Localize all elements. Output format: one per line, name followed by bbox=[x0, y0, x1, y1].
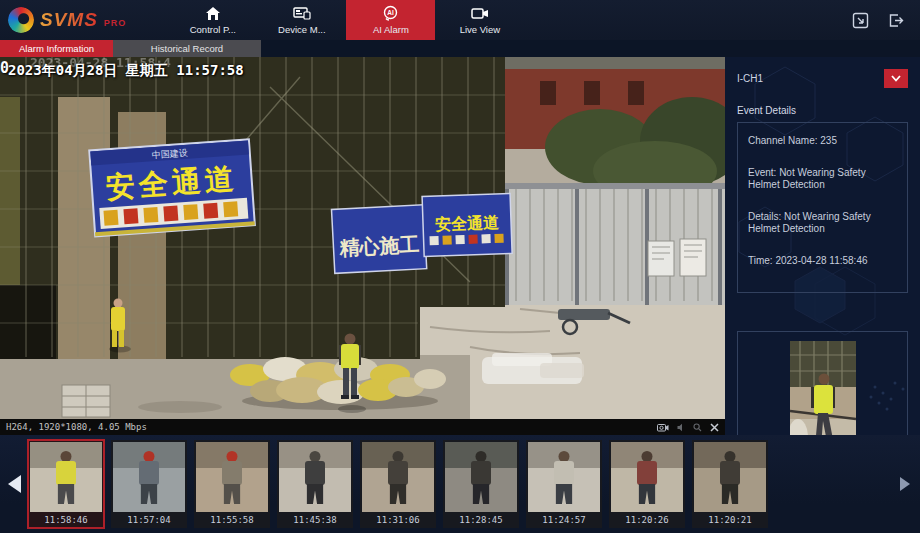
home-icon bbox=[205, 5, 221, 21]
alarm-thumbnail-image bbox=[30, 442, 102, 512]
alarm-thumbnail-time: 11:20:26 bbox=[611, 512, 683, 528]
topbar-actions bbox=[852, 0, 920, 40]
channel-dropdown-button[interactable] bbox=[884, 69, 908, 88]
video-frame: 中国建设 安全通道 精心施工 安全通道 bbox=[0, 57, 725, 419]
live-view-camera-icon bbox=[471, 5, 489, 21]
alarm-thumbnail-7[interactable]: 11:24:57 bbox=[526, 440, 602, 528]
alarm-thumbnail-image bbox=[279, 442, 351, 512]
event-field-details: Details: Not Wearing Safety Helmet Detec… bbox=[748, 211, 897, 236]
alarm-thumbnail-time: 11:20:21 bbox=[694, 512, 766, 528]
video-controls bbox=[657, 423, 719, 432]
filmstrip-next-arrow[interactable] bbox=[900, 477, 910, 491]
alarm-thumbnail-image bbox=[528, 442, 600, 512]
alarm-thumbnail-time: 11:58:46 bbox=[30, 512, 102, 528]
alarm-thumbnail-time: 11:55:58 bbox=[196, 512, 268, 528]
nav-tab-control-panel[interactable]: Control P... bbox=[168, 0, 257, 40]
video-status-bar: H264, 1920*1080, 4.05 Mbps bbox=[0, 419, 725, 435]
alarm-thumbnail-6[interactable]: 11:28:45 bbox=[443, 440, 519, 528]
device-icon bbox=[293, 5, 311, 21]
event-details-box: Channel Name: 235 Event: Not Wearing Saf… bbox=[737, 122, 908, 293]
alarm-thumbnail-image bbox=[694, 442, 766, 512]
alarm-thumbnail-image bbox=[445, 442, 517, 512]
channel-selector-value: I-CH1 bbox=[737, 73, 763, 84]
svg-text:安全通道: 安全通道 bbox=[435, 213, 501, 234]
export-icon[interactable] bbox=[852, 12, 869, 29]
alarm-thumbnail-time: 11:45:38 bbox=[279, 512, 351, 528]
detection-snapshot-image[interactable] bbox=[790, 341, 856, 435]
channel-selector[interactable]: I-CH1 bbox=[737, 67, 908, 89]
alarm-thumbnail-3[interactable]: 11:55:58 bbox=[194, 440, 270, 528]
alarm-thumbnail-time: 11:31:06 bbox=[362, 512, 434, 528]
app-logo: SVMS PRO bbox=[0, 0, 140, 40]
alarm-thumbnail-2[interactable]: 11:57:04 bbox=[111, 440, 187, 528]
alarm-thumbnail-4[interactable]: 11:45:38 bbox=[277, 440, 353, 528]
alarm-thumbnail-5[interactable]: 11:31:06 bbox=[360, 440, 436, 528]
alarm-thumbnail-image bbox=[113, 442, 185, 512]
alarm-thumbnail-image bbox=[196, 442, 268, 512]
nav-tab-device-management[interactable]: Device M... bbox=[257, 0, 346, 40]
alarm-thumbnail-image bbox=[611, 442, 683, 512]
alarm-thumbnail-time: 11:24:57 bbox=[528, 512, 600, 528]
alarm-filmstrip: 11:58:46 11:57:04 11:55:58 11:45:38 11:3… bbox=[0, 435, 920, 533]
detection-snapshot-box bbox=[737, 331, 908, 435]
svms-app-window: SVMS PRO Control P... Device M... AI AI bbox=[0, 0, 920, 533]
audio-icon[interactable] bbox=[677, 423, 685, 432]
zoom-icon[interactable] bbox=[693, 423, 702, 432]
event-panel: I-CH1 Event Details Channel Name: 235 Ev… bbox=[725, 57, 920, 435]
event-field-event: Event: Not Wearing Safety Helmet Detecti… bbox=[748, 167, 897, 192]
svg-text:精心施工: 精心施工 bbox=[338, 232, 420, 260]
top-bar: SVMS PRO Control P... Device M... AI AI bbox=[0, 0, 920, 40]
video-player[interactable]: 中国建设 安全通道 精心施工 安全通道 bbox=[0, 57, 725, 435]
event-field-time: Time: 2023-04-28 11:58:46 bbox=[748, 255, 897, 268]
logo-swirl-icon bbox=[8, 7, 34, 33]
nav-tab-live-view[interactable]: Live View bbox=[435, 0, 524, 40]
alarm-thumbnail-8[interactable]: 11:20:26 bbox=[609, 440, 685, 528]
stream-info: H264, 1920*1080, 4.05 Mbps bbox=[6, 422, 147, 432]
filmstrip-prev-arrow[interactable] bbox=[8, 475, 21, 493]
event-details-title: Event Details bbox=[737, 105, 908, 116]
ai-alarm-icon: AI bbox=[382, 5, 399, 21]
alarm-thumbnail-time: 11:28:45 bbox=[445, 512, 517, 528]
chevron-down-icon bbox=[891, 75, 901, 82]
logo-text: SVMS bbox=[40, 9, 98, 31]
osd-timestamp: 2023年04月28日 星期五 11:57:58 bbox=[8, 62, 244, 80]
svg-text:AI: AI bbox=[388, 9, 395, 16]
snapshot-camera-icon[interactable] bbox=[657, 423, 669, 432]
logout-icon[interactable] bbox=[887, 12, 904, 29]
main-content: 中国建设 安全通道 精心施工 安全通道 bbox=[0, 57, 920, 435]
logo-pro-badge: PRO bbox=[104, 18, 127, 28]
alarm-thumbnail-time: 11:57:04 bbox=[113, 512, 185, 528]
alarm-thumbnail-1[interactable]: 11:58:46 bbox=[28, 440, 104, 528]
event-field-channel-name: Channel Name: 235 bbox=[748, 135, 897, 148]
nav-tab-ai-alarm[interactable]: AI AI Alarm bbox=[346, 0, 435, 40]
main-nav: Control P... Device M... AI AI Alarm Liv… bbox=[168, 0, 524, 40]
alarm-thumbnail-9[interactable]: 11:20:21 bbox=[692, 440, 768, 528]
close-icon[interactable] bbox=[710, 423, 719, 432]
alarm-thumbnail-image bbox=[362, 442, 434, 512]
